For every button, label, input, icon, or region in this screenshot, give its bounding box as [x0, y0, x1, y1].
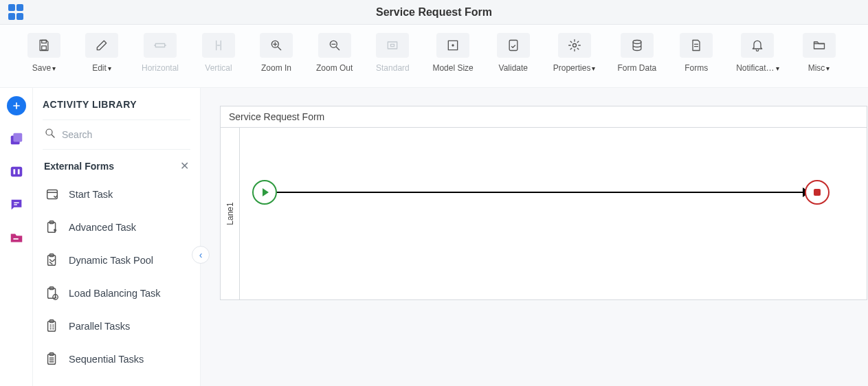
- close-icon[interactable]: ✕: [180, 159, 189, 172]
- start-task-icon: [44, 186, 60, 203]
- search-row: [43, 120, 190, 150]
- diagram-title[interactable]: Service Request Form: [221, 106, 867, 128]
- play-icon: [263, 188, 269, 196]
- chevron-down-icon: ▾: [776, 65, 779, 72]
- properties-label: Properties: [553, 63, 591, 73]
- sidebar: ACTIVITY LIBRARY External Forms ✕ Start …: [33, 88, 201, 386]
- lane-body[interactable]: [240, 128, 867, 299]
- standard-button: Standard: [375, 33, 410, 73]
- activity-sequential-tasks[interactable]: Sequential Tasks: [43, 343, 190, 376]
- save-label: Save: [32, 63, 51, 73]
- chevron-down-icon: ▾: [108, 65, 111, 72]
- svg-rect-2: [155, 44, 164, 47]
- properties-button[interactable]: Properties▾: [553, 33, 596, 73]
- svg-rect-1: [42, 46, 47, 50]
- svg-rect-6: [391, 44, 394, 46]
- horizontal-label: Horizontal: [142, 63, 179, 73]
- form-data-label: Form Data: [617, 63, 656, 73]
- app-logo-icon[interactable]: [8, 4, 25, 21]
- svg-rect-15: [13, 169, 15, 174]
- chat-icon[interactable]: [7, 195, 26, 214]
- validate-label: Validate: [499, 63, 528, 73]
- zoom-out-icon: [318, 33, 351, 58]
- vertical-label: Vertical: [205, 63, 232, 73]
- edit-label: Edit: [92, 63, 107, 73]
- svg-rect-13: [13, 133, 22, 142]
- activity-list: Start Task Advanced Task Dynamic Task Po…: [43, 178, 190, 376]
- layers-icon[interactable]: [7, 129, 26, 148]
- forms-button[interactable]: Forms: [678, 33, 714, 73]
- chevron-down-icon: ▾: [52, 65, 56, 72]
- svg-rect-5: [388, 42, 397, 49]
- validate-button[interactable]: Validate: [496, 33, 531, 73]
- svg-rect-9: [509, 41, 518, 51]
- svg-rect-17: [13, 238, 18, 240]
- chevron-down-icon: ▾: [826, 65, 830, 72]
- activity-dynamic-task-pool[interactable]: Dynamic Task Pool: [43, 244, 190, 277]
- activity-label: Dynamic Task Pool: [69, 255, 153, 266]
- start-node[interactable]: [252, 180, 277, 205]
- vertical-button: Vertical: [201, 33, 236, 73]
- chevron-down-icon: ▾: [592, 65, 595, 72]
- save-button[interactable]: Save▾: [26, 33, 62, 73]
- sidebar-title: ACTIVITY LIBRARY: [43, 99, 190, 110]
- zoom-in-button[interactable]: Zoom In: [258, 33, 294, 73]
- search-icon: [44, 127, 56, 142]
- zoom-out-label: Zoom Out: [316, 63, 353, 73]
- folder-rail-icon[interactable]: [7, 228, 26, 247]
- collapse-sidebar-button[interactable]: ‹: [192, 246, 210, 264]
- save-icon: [27, 33, 60, 58]
- zoom-in-icon: [260, 33, 293, 58]
- validate-icon: [497, 33, 530, 58]
- svg-rect-0: [42, 41, 47, 43]
- gear-icon: [558, 33, 591, 58]
- activity-advanced-task[interactable]: Advanced Task: [43, 211, 190, 244]
- search-input[interactable]: [62, 129, 189, 140]
- columns-icon[interactable]: [7, 162, 26, 181]
- misc-button[interactable]: Misc▾: [801, 33, 837, 73]
- model-size-label: Model Size: [432, 63, 473, 73]
- folder-icon: [803, 33, 836, 58]
- standard-label: Standard: [376, 63, 410, 73]
- svg-rect-14: [10, 167, 22, 177]
- diagram[interactable]: Service Request Form Lane1: [220, 106, 867, 300]
- advanced-task-icon: [44, 219, 60, 236]
- category-header: External Forms ✕: [43, 150, 190, 178]
- model-size-button[interactable]: Model Size: [432, 33, 473, 73]
- titlebar: Service Request Form: [0, 0, 868, 25]
- zoom-out-button[interactable]: Zoom Out: [316, 33, 353, 73]
- zoom-in-label: Zoom In: [261, 63, 291, 73]
- misc-label: Misc: [808, 63, 825, 73]
- end-node[interactable]: [805, 180, 830, 205]
- forms-label: Forms: [685, 63, 708, 73]
- vertical-icon: [202, 33, 235, 58]
- notifications-label: Notificat…: [736, 63, 774, 73]
- edit-button[interactable]: Edit▾: [84, 33, 120, 73]
- svg-point-8: [452, 44, 454, 46]
- svg-rect-16: [17, 169, 19, 174]
- activity-start-task[interactable]: Start Task: [43, 178, 190, 211]
- lane-label-text: Lane1: [225, 202, 235, 225]
- page-title: Service Request Form: [0, 6, 868, 19]
- activity-load-balancing[interactable]: Load Balancing Task: [43, 277, 190, 310]
- canvas[interactable]: Service Request Form Lane1: [201, 88, 868, 386]
- stop-icon: [814, 189, 821, 196]
- activity-label: Advanced Task: [69, 222, 136, 233]
- left-rail: [0, 88, 33, 386]
- form-data-button[interactable]: Form Data: [617, 33, 656, 73]
- activity-parallel-tasks[interactable]: Parallel Tasks: [43, 310, 190, 343]
- load-balancing-icon: [44, 285, 60, 302]
- standard-icon: [376, 33, 409, 58]
- edge[interactable]: [277, 192, 804, 193]
- svg-point-18: [46, 129, 52, 135]
- dynamic-task-pool-icon: [44, 252, 60, 269]
- database-icon: [621, 33, 654, 58]
- horizontal-icon: [144, 33, 177, 58]
- notifications-button[interactable]: Notificat…▾: [736, 33, 779, 73]
- lane-label[interactable]: Lane1: [221, 128, 240, 299]
- sequential-tasks-icon: [44, 351, 60, 367]
- bell-icon: [741, 33, 774, 58]
- add-button[interactable]: [7, 96, 26, 115]
- document-icon: [680, 33, 713, 58]
- horizontal-button: Horizontal: [142, 33, 179, 73]
